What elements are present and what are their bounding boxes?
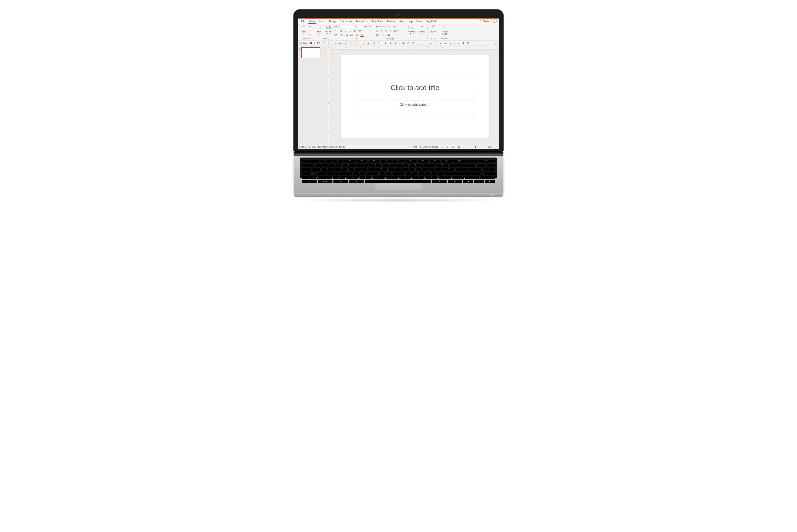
drawing-button[interactable]: A Drawing ▾ <box>406 25 415 37</box>
align-center-button[interactable]: ≡ <box>379 29 384 33</box>
zoom-slider[interactable] <box>466 147 483 147</box>
cut-button[interactable]: ✂ <box>308 25 312 28</box>
qat-overflow-button[interactable]: » <box>494 42 498 44</box>
tab-pens[interactable]: Pens <box>414 19 424 24</box>
tab-animations[interactable]: Animations <box>354 19 369 24</box>
tab-slideshow[interactable]: Slide Show <box>369 19 385 24</box>
bold-button[interactable]: B <box>339 29 343 33</box>
reset-button[interactable]: ↺ <box>333 29 337 32</box>
autosave-toggle[interactable]: AutoSave Off <box>299 42 315 44</box>
display-settings-button[interactable]: 🖥 Display Settings <box>419 146 438 148</box>
align-right-button[interactable]: ≡ <box>384 29 388 33</box>
tab-review[interactable]: Review <box>385 19 397 24</box>
qat-fontcolor-button[interactable]: A <box>376 41 381 45</box>
qat-align-b-button[interactable]: ⫠ <box>449 41 453 45</box>
reading-view-button[interactable]: ▥ <box>451 145 455 149</box>
qat-from-beginning-button[interactable]: ▭ <box>334 41 338 45</box>
tab-file[interactable]: File <box>299 19 307 24</box>
tab-design[interactable]: Design <box>327 19 338 24</box>
tab-brightslide[interactable]: BrightSlide <box>424 19 439 24</box>
qat-dist-v-button[interactable]: ⇕ <box>461 41 465 45</box>
underline-button[interactable]: U <box>348 29 352 33</box>
qat-dist-h-button[interactable]: ⇔ <box>456 41 460 45</box>
tab-help[interactable]: Help <box>406 19 414 24</box>
editing-button[interactable]: 🔍 Editing ▾ <box>418 25 426 37</box>
justify-button[interactable]: ≡ <box>389 29 392 33</box>
notes-button[interactable]: ≐ Notes <box>409 146 418 148</box>
paste-button[interactable]: 📋 Paste ▾ <box>299 25 308 37</box>
language-icon[interactable]: ⌨ <box>312 146 316 148</box>
grow-font-button[interactable]: A▴ <box>364 25 368 28</box>
numbering-button[interactable]: ≡ <box>381 25 385 28</box>
align-text-button[interactable]: ▤ <box>393 29 397 33</box>
comments-button[interactable]: 💬 <box>493 19 498 23</box>
zoom-in-button[interactable]: + <box>485 146 486 148</box>
qat-align-c-button[interactable]: ⫠ <box>429 41 433 45</box>
qat-rotate-button[interactable]: ⟳ <box>466 41 470 45</box>
qat-outline-button[interactable]: ▢ <box>371 41 376 45</box>
qat-align-t-button[interactable]: ⫠ <box>439 41 443 45</box>
thumbnail-preview[interactable] <box>301 47 320 58</box>
fit-to-window-button[interactable]: ⤢ <box>494 145 498 149</box>
accessibility-status[interactable]: ♿ Accessibility: Good to go <box>318 146 345 148</box>
qat-fill-button[interactable]: ▰ <box>366 41 371 45</box>
tab-view[interactable]: View <box>397 19 406 24</box>
subtitle-placeholder[interactable]: Click to add subtitle <box>355 101 475 119</box>
qat-connector-button[interactable]: ↳ <box>361 41 366 45</box>
shrink-font-button[interactable]: A▾ <box>368 25 372 28</box>
qat-align-left-button[interactable]: ≡ <box>384 41 388 45</box>
save-button[interactable]: 💾 <box>316 41 321 45</box>
zoom-level[interactable]: 61% <box>488 146 492 148</box>
qat-group-button[interactable]: ⊞ <box>411 41 415 45</box>
reuse-slides-button[interactable]: Reuse Slides <box>324 25 333 37</box>
columns-button[interactable]: ▥ <box>375 33 379 37</box>
collapse-ribbon-button[interactable]: ˄ <box>494 24 499 40</box>
qat-line-button[interactable]: ╲ <box>354 41 358 45</box>
dictate-button[interactable]: 🎤 Dictate ▾ <box>429 25 438 37</box>
change-case-button[interactable]: Aa <box>350 33 353 37</box>
font-family-dropdown[interactable] <box>339 25 356 28</box>
tab-insert[interactable]: Insert <box>317 19 327 24</box>
undo-button[interactable]: ↶ <box>321 41 326 45</box>
qat-send-backward-button[interactable]: ▢ <box>406 41 410 45</box>
line-spacing-button[interactable]: ↕≡ <box>381 33 385 37</box>
qat-align-center-button[interactable]: ≡ <box>389 41 393 45</box>
qat-align-r-button[interactable]: ⫟ <box>433 41 438 45</box>
qat-rect-button[interactable]: ▭ <box>344 41 348 45</box>
highlight-color-button[interactable]: ab <box>339 33 343 37</box>
section-button[interactable]: ▤▾ <box>333 33 337 36</box>
slide-thumbnails-panel[interactable]: 1 <box>298 46 327 144</box>
redo-button[interactable]: ↷ <box>327 41 331 45</box>
zoom-out-button[interactable]: − <box>463 146 464 148</box>
qat-align-l-button[interactable]: ⫞ <box>424 41 428 45</box>
design-ideas-button[interactable]: ⚡ Design Ideas <box>440 25 449 37</box>
layout-button[interactable]: ▥▾ <box>333 25 337 28</box>
char-spacing-button[interactable]: AV <box>357 29 361 33</box>
font-size-dropdown[interactable] <box>356 25 363 28</box>
share-button[interactable]: ⇪ Share <box>478 19 492 23</box>
qat-align-right-button[interactable]: ≡ <box>394 41 398 45</box>
superscript-button[interactable]: Aᵛ <box>355 33 359 37</box>
qat-align-objects-button[interactable]: ⫟ <box>419 41 423 45</box>
sorter-view-button[interactable]: ⊞ <box>445 145 449 149</box>
align-left-button[interactable]: ≡ <box>375 29 379 33</box>
title-placeholder[interactable]: Click to add title <box>355 75 475 101</box>
text-direction-button[interactable]: ↕A <box>392 25 396 28</box>
slideshow-view-button[interactable]: ▣ <box>457 145 461 149</box>
qat-bring-forward-button[interactable]: ▣ <box>401 41 405 45</box>
format-painter-button[interactable]: 🖌 <box>308 33 312 36</box>
slide-canvas[interactable]: Click to add title Click to add subtitle <box>341 55 489 138</box>
normal-view-button[interactable]: ▭ <box>440 145 444 149</box>
qat-textbox-button[interactable]: A▭ <box>339 41 343 45</box>
clear-formatting-button[interactable]: A̸ <box>345 33 349 37</box>
thumbnail-item[interactable]: 1 <box>299 47 325 58</box>
tab-home[interactable]: Home <box>307 19 317 24</box>
list-level-button[interactable]: ⇥ <box>387 25 390 28</box>
slide-stage[interactable]: Click to add title Click to add subtitle <box>331 50 499 144</box>
qat-oval-button[interactable]: ◯ <box>349 41 353 45</box>
strike-button[interactable]: S <box>353 29 357 33</box>
font-color-button[interactable]: A <box>360 33 364 37</box>
tab-transitions[interactable]: Transitions <box>338 19 354 24</box>
qat-align-m-button[interactable]: ⫠ <box>444 41 448 45</box>
convert-smartart-button[interactable]: ▣ <box>387 33 390 37</box>
